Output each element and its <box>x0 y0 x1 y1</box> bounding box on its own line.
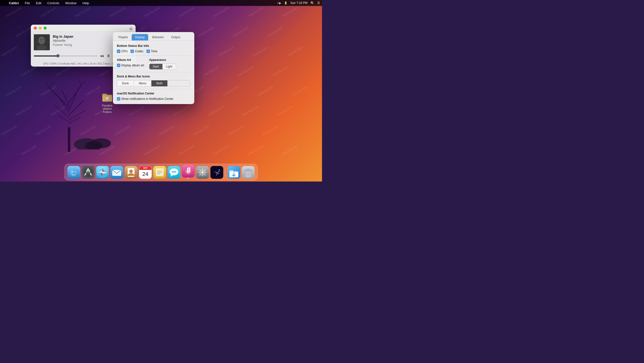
album-art <box>34 34 50 50</box>
svg-point-58 <box>175 172 176 172</box>
menu-extras: ⇧▶ <box>277 2 281 5</box>
album-art-title: Album Art <box>117 58 144 62</box>
transport-controls: ⏮ ⏸ <box>100 53 111 59</box>
svg-point-35 <box>87 171 90 174</box>
dock-item-sysprefs[interactable] <box>196 166 209 179</box>
contacts-icon <box>125 166 138 179</box>
dock-button[interactable]: Dock <box>117 80 134 86</box>
window-titlebar: ⚙ <box>31 25 136 32</box>
bottom-status-title: Bottom Status Bar Info <box>117 44 190 48</box>
sysprefs-icon <box>196 166 209 179</box>
display-album-art-label: Display album art <box>121 64 144 67</box>
dock-item-downloads[interactable] <box>228 166 240 179</box>
notification-center-icon[interactable]: ☰ <box>317 1 320 5</box>
svg-point-36 <box>88 169 89 171</box>
svg-rect-32 <box>74 170 78 177</box>
tab-display[interactable]: Display <box>132 34 148 40</box>
app-name-menu[interactable]: Calibri <box>8 1 20 6</box>
time-label: Time <box>151 50 157 53</box>
svg-rect-73 <box>205 172 206 173</box>
time-checkbox[interactable]: ✓ <box>146 50 150 53</box>
dock-item-hummingbird[interactable] <box>210 166 224 179</box>
dock-item-mail[interactable] <box>110 166 123 179</box>
finder-icon <box>68 166 80 179</box>
tab-playlist[interactable]: Playlist <box>115 34 131 40</box>
cpu-checkbox[interactable]: ✓ <box>117 50 120 53</box>
show-notifications-checkbox[interactable]: ✓ <box>117 97 120 100</box>
dark-button[interactable]: Dark <box>150 64 162 69</box>
settings-tabs: Playlist Display Behavior Output <box>113 32 194 41</box>
light-button[interactable]: Light <box>162 64 176 69</box>
gear-button[interactable]: ⚙ <box>129 27 133 31</box>
time-checkbox-item: ✓ Time <box>146 50 157 53</box>
seek-bar-fill <box>34 56 58 56</box>
divider-3 <box>117 89 190 89</box>
parallels-icon-label: Parallels SharedFolders <box>98 104 116 114</box>
time-display: Sun 7:16 PM <box>290 1 308 5</box>
dock-menubar-section: Dock & Menu Bar Icons Dock Menu Both <box>117 75 190 86</box>
dock-separator <box>225 167 226 177</box>
dock-item-trash[interactable] <box>242 166 255 179</box>
itunes-dot <box>188 178 189 179</box>
settings-panel: Playlist Display Behavior Output Bottom … <box>113 32 194 104</box>
appearance-section: Appearance Dark Light <box>149 58 176 70</box>
minimize-button[interactable] <box>39 27 42 30</box>
svg-point-69 <box>202 171 204 174</box>
dock-item-launchpad[interactable] <box>82 166 95 179</box>
play-pause-button[interactable]: ⏸ <box>106 53 111 59</box>
downloads-icon <box>228 166 240 179</box>
trash-icon <box>242 166 255 179</box>
display-album-art-checkbox[interactable]: ✓ <box>117 64 120 67</box>
dock-item-messages[interactable] <box>168 166 180 179</box>
svg-rect-70 <box>202 168 203 170</box>
dock-menu-buttons: Dock Menu Both <box>117 80 190 86</box>
dock-item-notes[interactable] <box>153 166 166 179</box>
display-album-art-item: ✓ Display album art <box>117 64 144 67</box>
window-menu[interactable]: Window <box>64 1 78 6</box>
seek-bar[interactable] <box>34 56 98 56</box>
svg-rect-47 <box>127 170 128 171</box>
safari-icon <box>96 166 109 179</box>
appearance-buttons: Dark Light <box>149 64 176 70</box>
menubar-right: ⇧▶ 🔋 Sun 7:16 PM 🔍 ☰ <box>277 1 320 5</box>
svg-point-56 <box>172 172 173 172</box>
apple-menu[interactable] <box>2 2 4 4</box>
messages-icon <box>168 166 180 179</box>
divider-2 <box>117 72 190 72</box>
help-menu[interactable]: Help <box>82 1 90 6</box>
file-menu[interactable]: File <box>24 1 31 6</box>
hummingbird-icon <box>210 166 224 179</box>
prev-button[interactable]: ⏮ <box>100 53 104 59</box>
both-button[interactable]: Both <box>152 80 168 86</box>
seek-thumb <box>56 54 60 57</box>
show-notifications-item: ✓ Show notifications in Notification Cen… <box>117 97 190 100</box>
tab-output[interactable]: Output <box>168 34 184 40</box>
dock-item-finder[interactable] <box>68 166 80 179</box>
calendar-month: SEP <box>143 167 148 169</box>
maximize-button[interactable] <box>44 27 46 30</box>
dock-item-safari[interactable] <box>96 166 109 179</box>
dock-item-calendar[interactable]: SEP 24 <box>139 166 152 179</box>
codec-checkbox[interactable]: ✓ <box>130 50 134 53</box>
calendar-date: 24 <box>142 171 148 177</box>
svg-point-29 <box>72 172 73 172</box>
album-art-appearance-row: Album Art ✓ Display album art Appearance… <box>117 58 190 70</box>
edit-menu[interactable]: Edit <box>35 1 42 6</box>
notes-icon <box>153 166 166 179</box>
bottom-status-section: Bottom Status Bar Info ✓ CPU ✓ Codec <box>117 44 190 53</box>
status-text: CPU: 0.59% | CoreAudio AAC | 44.1 kHz | … <box>43 62 124 65</box>
svg-point-46 <box>130 170 133 173</box>
dock-item-contacts[interactable] <box>125 166 138 179</box>
search-icon[interactable]: 🔍 <box>310 1 314 5</box>
menu-button[interactable]: Menu <box>134 80 152 86</box>
dock-item-itunes[interactable] <box>182 165 195 179</box>
svg-point-79 <box>219 170 220 170</box>
svg-rect-84 <box>247 169 250 170</box>
codec-label: Codec <box>135 50 144 53</box>
svg-rect-48 <box>127 172 128 174</box>
close-button[interactable] <box>34 27 37 30</box>
tab-behavior[interactable]: Behavior <box>149 34 167 40</box>
menubar: Calibri File Edit Controls Window Help ⇧… <box>0 0 322 6</box>
dock-menubar-title: Dock & Menu Bar Icons <box>117 75 190 78</box>
controls-menu[interactable]: Controls <box>46 1 60 6</box>
